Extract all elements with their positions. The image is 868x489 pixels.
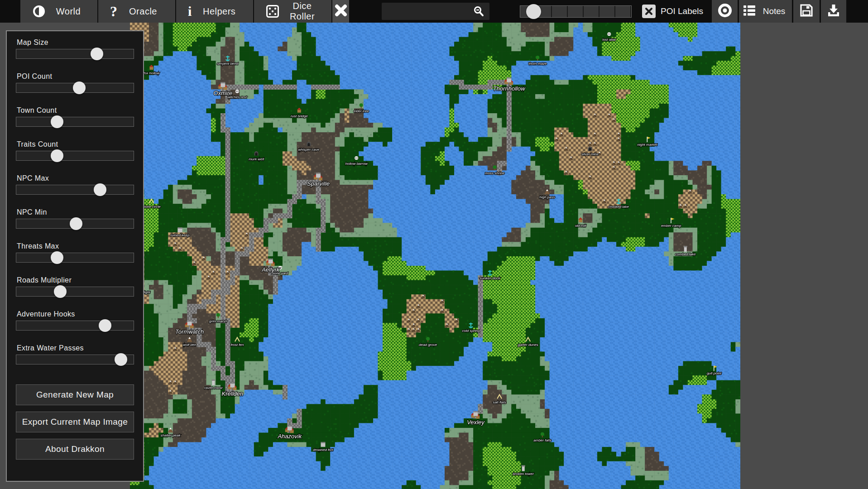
npc-max-label: NPC Max — [17, 174, 134, 182]
threats-max-label: Threats Max — [17, 242, 134, 250]
poi-labels-label: POI Labels — [661, 0, 703, 23]
download-button[interactable] — [821, 0, 846, 23]
tab-dice-roller[interactable]: Dice Roller — [254, 0, 331, 23]
extra-water-passes-slider[interactable] — [16, 355, 134, 364]
half-circle-icon — [32, 5, 46, 18]
dice-icon — [266, 5, 279, 18]
close-icon — [335, 4, 347, 19]
notes-label: Notes — [756, 6, 792, 16]
map-size-label: Map Size — [17, 38, 134, 47]
save-floppy-icon — [799, 3, 814, 20]
zoom-slider-segment — [599, 6, 615, 17]
target-icon — [717, 3, 733, 20]
checkbox-x-icon — [644, 7, 653, 16]
about-drakkon-button[interactable]: About Drakkon — [16, 439, 134, 460]
zoom-slider-segment — [568, 6, 584, 17]
map-zoom-slider[interactable] — [520, 5, 632, 18]
npc-min-slider[interactable] — [16, 219, 134, 229]
zoom-slider-segment — [615, 6, 631, 17]
search-box — [382, 3, 489, 20]
tab-world-label: World — [46, 6, 97, 17]
extra-water-passes-label: Extra Water Passes — [17, 344, 134, 352]
download-icon — [826, 3, 841, 20]
tab-oracle[interactable]: ? Oracle — [98, 0, 175, 23]
save-button[interactable] — [793, 0, 820, 23]
tab-oracle-label: Oracle — [117, 6, 175, 17]
poi-count-label: POI Count — [17, 72, 134, 81]
poi-count-slider[interactable] — [16, 83, 134, 93]
zoom-out-magnifier-icon[interactable] — [473, 5, 485, 19]
tab-world[interactable]: World — [20, 0, 97, 23]
tab-helpers-label: Helpers — [192, 6, 253, 17]
generate-new-map-button[interactable]: Generate New Map — [16, 384, 134, 405]
export-map-image-button[interactable]: Export Current Map Image — [16, 412, 134, 432]
toolbar-end-spacer — [846, 0, 868, 23]
zoom-slider-segment — [552, 6, 568, 17]
info-icon: i — [188, 5, 192, 18]
list-icon — [743, 4, 756, 19]
town-count-slider[interactable] — [16, 117, 134, 127]
tab-helpers[interactable]: i Helpers — [176, 0, 253, 23]
tab-dice-roller-label: Dice Roller — [279, 1, 331, 22]
roads-multiplier-slider[interactable] — [16, 287, 134, 297]
button-spacer — [16, 378, 134, 384]
map-settings-panel: Map Size POI Count Town Count Traits Cou… — [6, 30, 144, 482]
map-canvas[interactable] — [130, 23, 740, 489]
notes-button[interactable]: Notes — [739, 0, 792, 23]
map-size-slider[interactable] — [16, 49, 134, 59]
roads-multiplier-label: Roads Multiplier — [17, 276, 134, 284]
traits-count-slider[interactable] — [16, 151, 134, 161]
npc-max-slider[interactable] — [16, 185, 134, 195]
close-button[interactable] — [332, 0, 349, 23]
adventure-hooks-label: Adventure Hooks — [17, 310, 134, 318]
question-icon: ? — [110, 5, 117, 18]
toolbar: World ? Oracle i Helpers Dice Roller — [0, 0, 868, 23]
threats-max-slider[interactable] — [16, 253, 134, 263]
adventure-hooks-slider[interactable] — [16, 321, 134, 331]
npc-min-label: NPC Min — [17, 208, 134, 216]
town-count-label: Town Count — [17, 106, 134, 115]
traits-count-label: Traits Count — [17, 140, 134, 149]
zoom-slider-thumb[interactable] — [526, 4, 541, 19]
target-button[interactable] — [712, 0, 738, 23]
poi-labels-checkbox[interactable] — [642, 5, 656, 18]
zoom-slider-segment — [584, 6, 599, 17]
